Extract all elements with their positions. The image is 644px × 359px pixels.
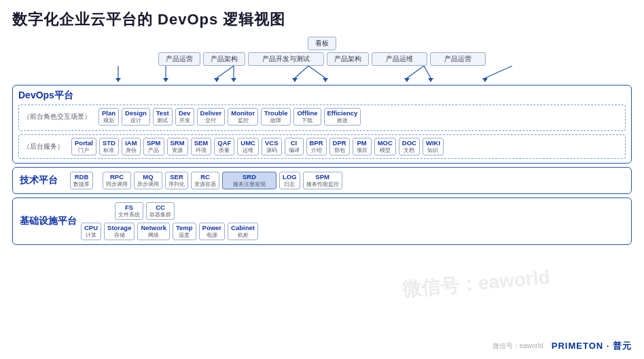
svc-wiki: WIKI知识 (423, 138, 444, 155)
tech-row: 技术平台 RDB数据库 RPC同步调用 MQ异步调用 SER序列化 RC资源容器… (20, 172, 624, 189)
tech-title: 技术平台 (20, 174, 66, 187)
svc-offline: Offline下线 (293, 108, 321, 126)
svg-marker-5 (214, 78, 219, 82)
svg-line-14 (424, 66, 431, 78)
svg-marker-1 (115, 78, 121, 82)
tech-ser: SER序列化 (165, 172, 188, 189)
infra-cabinet: Cabinet机柜 (228, 223, 258, 240)
tech-rpc: RPC同步调用 (103, 172, 131, 189)
tech-log: LOG日志 (279, 172, 300, 189)
svc-std: STD标准 (99, 138, 119, 155)
tech-mq: MQ异步调用 (134, 172, 162, 189)
infra-row1: FS文件系统 CC容器集群 (81, 202, 258, 220)
tech-platform: 技术平台 RDB数据库 RPC同步调用 MQ异步调用 SER序列化 RC资源容器… (12, 167, 632, 194)
svc-iam: IAM身份 (122, 138, 141, 155)
svg-marker-11 (323, 78, 328, 82)
infra-cpu: CPU计算 (81, 223, 101, 240)
svg-line-12 (407, 66, 424, 78)
svc-deliver: Deliver交付 (197, 108, 226, 126)
svg-line-10 (308, 66, 325, 78)
kanban-item-1: 产品架构 (203, 52, 245, 66)
page: 数字化企业云平台的 DevOps 逻辑视图 看板 产品运营 产品架构 产品开发与… (0, 0, 644, 359)
kanban-container: 看板 产品运营 产品架构 产品开发与测试 产品架构 产品运维 产品运营 (12, 37, 632, 82)
front-stage-label: （前台角色交互场景） (23, 113, 91, 121)
watermark: 微信号：eaworld (401, 265, 551, 303)
svg-marker-15 (428, 78, 433, 82)
svc-ci: CI编译 (285, 138, 304, 155)
svg-line-16 (485, 66, 512, 78)
infra-fs: FS文件系统 (115, 202, 143, 220)
svc-design: Design设计 (122, 108, 150, 126)
svc-pm: PM项目 (353, 138, 372, 155)
back-stage: （后台服务） Portal门户 STD标准 IAM身份 SPM产品 SRM资源 … (18, 134, 626, 159)
kanban-boxes: 产品运营 产品架构 产品开发与测试 产品架构 产品运维 产品运营 (158, 52, 486, 66)
kanban-item-2: 产品开发与测试 (248, 52, 324, 66)
footer-logo: PRIMETON · 普元 (552, 340, 632, 352)
svg-marker-9 (292, 78, 298, 82)
svc-trouble: Trouble故障 (261, 108, 291, 126)
kanban-item-3: 产品架构 (327, 52, 369, 66)
infra-platform: 基础设施平台 FS文件系统 CC容器集群 CPU计算 Storage存储 Net… (12, 197, 632, 245)
svg-marker-17 (482, 78, 488, 82)
tech-srd: SRD服务注册发现 (222, 172, 276, 189)
svc-portal: Portal门户 (71, 138, 96, 155)
svc-doc: DOC文档 (399, 138, 420, 155)
svc-moc: MOC模型 (374, 138, 396, 155)
devops-platform: DevOps平台 （前台角色交互场景） Plan规划 Design设计 Test… (12, 85, 632, 164)
svg-line-4 (217, 66, 234, 78)
svc-efficiency: Efficiency效改 (324, 108, 361, 126)
kanban-item-5: 产品运营 (430, 52, 486, 66)
kanban-label: 看板 (308, 37, 336, 50)
infra-temp: Temp温度 (173, 223, 196, 240)
svc-qaf: QAF质量 (214, 138, 234, 155)
tech-rdb: RDB数据库 (70, 172, 93, 189)
infra-power: Power电源 (199, 223, 226, 240)
tech-spm: SPM服务性能监控 (303, 172, 342, 189)
svc-plan: Plan规划 (99, 108, 119, 126)
svg-line-8 (295, 66, 308, 78)
front-stage-header: （前台角色交互场景） Plan规划 Design设计 Test测试 Dev开发 … (23, 108, 621, 126)
footer: 微信号：eaworld PRIMETON · 普元 (12, 340, 632, 352)
svc-test: Test测试 (153, 108, 173, 126)
infra-network: Network网络 (137, 223, 169, 240)
infra-row2: CPU计算 Storage存储 Network网络 Temp温度 Power电源… (81, 223, 258, 240)
back-stage-header: （后台服务） Portal门户 STD标准 IAM身份 SPM产品 SRM资源 … (23, 138, 621, 155)
infra-row-main: 基础设施平台 FS文件系统 CC容器集群 CPU计算 Storage存储 Net… (20, 202, 624, 240)
svc-dpr: DPR部包 (329, 138, 350, 155)
svc-umc: UMC运维 (237, 138, 259, 155)
svc-spm: SPM产品 (143, 138, 164, 155)
footer-wechat: 微信号：eaworld (493, 341, 543, 351)
svc-srm: SRM资源 (167, 138, 188, 155)
devops-title: DevOps平台 (18, 90, 626, 102)
diagram-wrapper: 看板 产品运营 产品架构 产品开发与测试 产品架构 产品运维 产品运营 (12, 37, 632, 337)
page-title: 数字化企业云平台的 DevOps 逻辑视图 (12, 10, 632, 30)
back-stage-items: Portal门户 STD标准 IAM身份 SPM产品 SRM资源 SEM环境 Q… (71, 138, 444, 155)
infra-content: FS文件系统 CC容器集群 CPU计算 Storage存储 Network网络 … (81, 202, 258, 240)
tech-rc: RC资源容器 (191, 172, 219, 189)
svc-vcs: VCS源码 (262, 138, 282, 155)
kanban-item-4: 产品运维 (372, 52, 427, 66)
svc-monitor: Monitor监控 (228, 108, 258, 126)
tech-items: RDB数据库 RPC同步调用 MQ异步调用 SER序列化 RC资源容器 SRD服… (70, 172, 342, 189)
svc-sem: SEM环境 (191, 138, 212, 155)
kanban-arrows (84, 66, 560, 82)
front-stage: （前台角色交互场景） Plan规划 Design设计 Test测试 Dev开发 … (18, 105, 626, 131)
kanban-item-0: 产品运营 (158, 52, 200, 66)
svc-dev: Dev开发 (175, 108, 194, 126)
infra-title: 基础设施平台 (20, 215, 77, 227)
infra-storage: Storage存储 (104, 223, 135, 240)
svg-marker-13 (404, 78, 410, 82)
svg-marker-3 (163, 78, 168, 82)
front-stage-items: Plan规划 Design设计 Test测试 Dev开发 Deliver交付 M… (99, 108, 361, 126)
svc-bpr: BPR介绍 (306, 138, 327, 155)
infra-cc: CC容器集群 (146, 202, 175, 220)
svg-marker-7 (231, 78, 236, 82)
back-stage-label: （后台服务） (23, 143, 64, 151)
